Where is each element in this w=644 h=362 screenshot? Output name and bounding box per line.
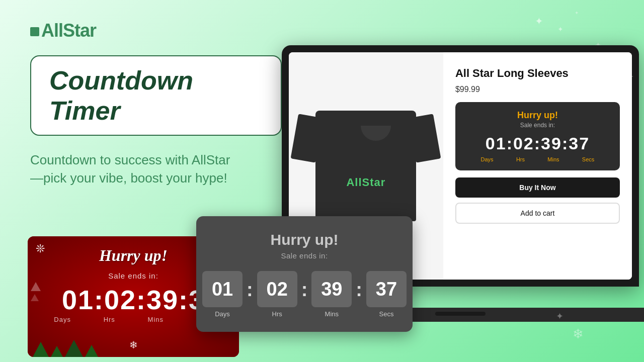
dark-timer: 01 Days : 02 Hrs : 39 Mins : 37 Secs [211, 271, 397, 318]
dark-secs-block: 37 Secs [366, 271, 407, 318]
lc-days-label: Days [481, 156, 494, 162]
left-panel: Countdown Timer Countdown to success wit… [30, 55, 282, 188]
brand-logo: AllStar [30, 20, 96, 41]
dark-hrs-num: 02 [257, 271, 297, 307]
shirt-collar [361, 126, 391, 141]
lc-hurry: Hurry up! [464, 110, 611, 121]
feature-title: Countdown Timer [49, 65, 263, 126]
deco-snowflake-br2: ✦ [556, 311, 564, 322]
xmas-days-label: Days [54, 316, 71, 323]
brand-name: AllStar [41, 20, 96, 41]
xmas-snowflake-bottom: ❄ [28, 339, 239, 351]
shirt-body: AllStar [315, 111, 416, 221]
dark-hurry: Hurry up! [211, 231, 397, 248]
dark-secs-label: Secs [379, 310, 394, 318]
deco-star-3: ✦ [575, 10, 579, 16]
dark-mins-num: 39 [311, 271, 352, 307]
dark-mins-label: Mins [325, 310, 339, 318]
lc-labels: Days Hrs Mins Secs [464, 156, 611, 162]
deco-star-2: ✦ [557, 25, 564, 33]
product-info-area: All Star Long Sleeves $99.99 Hurry up! S… [443, 52, 632, 280]
dark-hrs-block: 02 Hrs [257, 271, 297, 318]
lc-time: 01:02:39:37 [464, 134, 611, 153]
deco-star-tr2: ✦ [625, 70, 634, 83]
lc-secs-label: Secs [582, 156, 594, 162]
product-price: $99.99 [455, 85, 620, 94]
dark-widget: Hurry up! Sale ends in: 01 Days : 02 Hrs… [196, 216, 413, 332]
shirt-graphic: AllStar [305, 96, 426, 236]
deco-snowflake-br: ❄ [573, 326, 584, 342]
add-to-cart-button[interactable]: Add to cart [455, 203, 620, 224]
dark-colon-3: : [356, 279, 362, 301]
dark-subtitle: Sale ends in: [211, 251, 397, 260]
dark-colon-1: : [247, 279, 253, 301]
dark-hrs-label: Hrs [272, 310, 282, 318]
deco-star-1: ✦ [535, 15, 543, 27]
deco-star-tr3: ✦ [614, 80, 619, 87]
dark-days-num: 01 [202, 271, 243, 307]
lc-mins-label: Mins [547, 156, 559, 162]
shirt-logo: AllStar [336, 176, 396, 189]
dark-mins-block: 39 Mins [311, 271, 352, 318]
feature-title-box: Countdown Timer [30, 55, 282, 136]
lc-sub: Sale ends in: [464, 122, 611, 129]
xmas-triangles [31, 282, 41, 301]
lc-hrs-label: Hrs [516, 156, 525, 162]
buy-now-button[interactable]: Buy It Now [455, 177, 620, 198]
xmas-mins-label: Mins [148, 316, 164, 323]
xmas-hrs-label: Hrs [104, 316, 115, 323]
laptop-countdown: Hurry up! Sale ends in: 01:02:39:37 Days… [455, 102, 620, 170]
dark-secs-num: 37 [366, 271, 407, 307]
tagline: Countdown to success with AllStar—pick y… [30, 151, 242, 188]
dark-days-block: 01 Days [202, 271, 243, 318]
dark-colon-2: : [301, 279, 308, 301]
dark-days-label: Days [215, 310, 230, 318]
product-name: All Star Long Sleeves [455, 66, 620, 81]
